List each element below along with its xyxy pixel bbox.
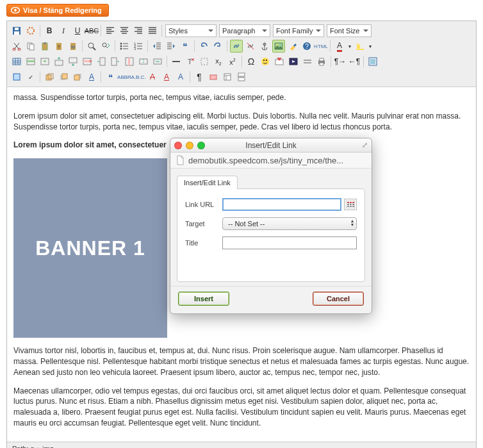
print-icon[interactable]: [315, 55, 328, 68]
ltr-icon[interactable]: ¶→: [334, 55, 347, 68]
target-select[interactable]: -- Not Set -- ▴▾: [222, 217, 357, 230]
banner-image[interactable]: BANNER 1: [13, 158, 167, 338]
fontsize-select[interactable]: Font Size: [327, 24, 372, 37]
cut-icon[interactable]: [10, 40, 23, 53]
close-icon[interactable]: [174, 142, 182, 149]
browse-link-button[interactable]: [344, 199, 357, 210]
split-cells-icon[interactable]: [137, 55, 150, 68]
spellcheck-icon[interactable]: ✓: [24, 71, 37, 83]
acronym-icon[interactable]: A.B.C.: [132, 71, 145, 83]
table-row-props-icon[interactable]: [24, 55, 37, 68]
attribs-icon[interactable]: ❝: [104, 71, 117, 83]
dialog-titlebar[interactable]: Insert/Edit Link ⤢: [170, 138, 372, 153]
insert-button[interactable]: Insert: [178, 292, 229, 306]
layer-forward-icon[interactable]: [57, 71, 70, 83]
del-icon[interactable]: A: [146, 71, 159, 83]
table-icon[interactable]: [10, 55, 23, 68]
blockquote-icon[interactable]: ❝: [179, 40, 192, 53]
find-icon[interactable]: [85, 40, 98, 53]
outdent-icon[interactable]: [151, 40, 163, 53]
bullet-list-icon[interactable]: [118, 40, 131, 53]
link-icon[interactable]: [230, 40, 243, 53]
align-center-icon[interactable]: [118, 24, 131, 37]
undo-icon[interactable]: [197, 40, 210, 53]
delete-row-icon[interactable]: [81, 55, 94, 68]
minimize-icon[interactable]: [186, 142, 193, 149]
paste-word-icon[interactable]: W: [67, 40, 79, 53]
code-icon[interactable]: HTML: [315, 40, 327, 53]
element-path[interactable]: Path: p » img: [12, 445, 54, 448]
italic-icon[interactable]: I: [57, 24, 70, 37]
indent-icon[interactable]: [165, 40, 177, 53]
numbered-list-icon[interactable]: 123: [132, 40, 145, 53]
insert-row-after-icon[interactable]: [67, 55, 79, 68]
svg-point-1: [14, 9, 17, 12]
table-cell-props-icon[interactable]: [38, 55, 51, 68]
find-replace-icon[interactable]: [99, 40, 112, 53]
template-icon[interactable]: [221, 71, 234, 83]
strikethrough-icon[interactable]: ABC: [85, 24, 98, 37]
underline-icon[interactable]: U: [71, 24, 84, 37]
styles-select[interactable]: Styles: [165, 24, 217, 37]
ins-icon[interactable]: A: [160, 71, 173, 83]
sup-icon[interactable]: x2: [226, 55, 239, 68]
expand-icon[interactable]: ⤢: [362, 141, 368, 149]
image-icon[interactable]: [272, 40, 285, 53]
insert-col-after-icon[interactable]: [109, 55, 122, 68]
align-justify-icon[interactable]: [146, 24, 159, 37]
hr-icon[interactable]: [170, 55, 183, 68]
align-left-icon[interactable]: [104, 24, 117, 37]
title-input[interactable]: [222, 236, 357, 249]
visual-aid-icon[interactable]: [198, 55, 211, 68]
save-icon[interactable]: [10, 24, 23, 37]
help-icon[interactable]: ?: [300, 40, 313, 53]
insert-col-before-icon[interactable]: [95, 55, 108, 68]
merge-cells-icon[interactable]: [151, 55, 164, 68]
zoom-icon[interactable]: [197, 142, 205, 149]
cleanup-icon[interactable]: [286, 40, 299, 53]
backcolor-dropdown-icon[interactable]: ▾: [368, 40, 373, 53]
media-icon[interactable]: [287, 55, 300, 68]
remove-formatting-icon[interactable]: T: [184, 55, 197, 68]
cancel-button[interactable]: Cancel: [313, 292, 364, 306]
unlink-icon[interactable]: [244, 40, 257, 53]
styleprops-icon[interactable]: [10, 71, 23, 83]
iespell-icon[interactable]: [273, 55, 286, 68]
advhr-icon[interactable]: [301, 55, 314, 68]
visualchars-icon[interactable]: ¶: [193, 71, 206, 83]
rtl-icon[interactable]: ←¶: [348, 55, 361, 68]
cite-blue-icon[interactable]: A: [174, 71, 187, 83]
fullscreen-icon[interactable]: [366, 55, 379, 68]
copy-icon[interactable]: [24, 40, 37, 53]
layer-absolute-icon[interactable]: A: [85, 71, 98, 83]
paste-text-icon[interactable]: T: [53, 40, 65, 53]
svg-rect-69: [350, 202, 352, 203]
insert-row-before-icon[interactable]: [53, 55, 65, 68]
delete-col-icon[interactable]: [123, 55, 136, 68]
new-doc-icon[interactable]: [24, 24, 37, 37]
emoticons-icon[interactable]: [259, 55, 272, 68]
svg-rect-45: [201, 58, 208, 65]
nonbreaking-icon[interactable]: [207, 71, 220, 83]
layer-backward-icon[interactable]: [71, 71, 84, 83]
toggle-edit-button[interactable]: Visa / Stäng Redigering: [6, 4, 109, 17]
forecolor-dropdown-icon[interactable]: ▾: [347, 40, 352, 53]
bold-icon[interactable]: B: [43, 24, 56, 37]
backcolor-icon[interactable]: [354, 40, 366, 53]
align-right-icon[interactable]: [132, 24, 145, 37]
pagebreak-icon[interactable]: [235, 71, 248, 83]
redo-icon[interactable]: [211, 40, 224, 53]
svg-rect-52: [320, 58, 323, 61]
layer-icon[interactable]: [43, 71, 56, 83]
paragraph-select[interactable]: Paragraph: [219, 24, 270, 37]
sub-icon[interactable]: x2: [212, 55, 225, 68]
title-label: Title: [185, 239, 222, 247]
abbr-icon[interactable]: ABBR: [118, 71, 131, 83]
link-url-input[interactable]: [222, 198, 341, 211]
paste-icon[interactable]: [38, 40, 51, 53]
charmap-icon[interactable]: Ω: [245, 55, 258, 68]
forecolor-icon[interactable]: A: [333, 40, 346, 53]
anchor-icon[interactable]: [258, 40, 271, 53]
tab-insert-edit-link[interactable]: Insert/Edit Link: [177, 176, 238, 189]
fontfamily-select[interactable]: Font Family: [273, 24, 324, 37]
